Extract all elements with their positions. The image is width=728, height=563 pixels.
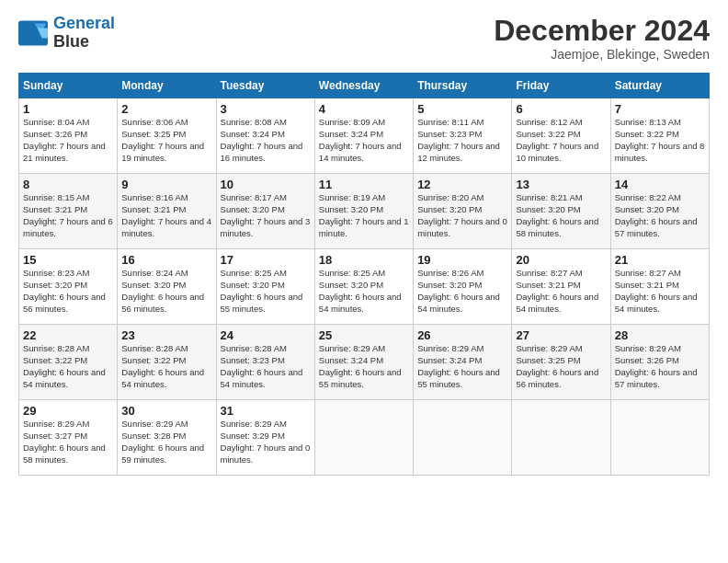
calendar-cell: 18 Sunrise: 8:25 AMSunset: 3:20 PMDaylig… [314,249,413,325]
calendar-week-3: 15 Sunrise: 8:23 AMSunset: 3:20 PMDaylig… [19,249,710,325]
col-wednesday: Wednesday [314,74,413,98]
col-sunday: Sunday [19,74,118,98]
page: General Blue December 2024 Jaemjoe, Blek… [0,0,728,485]
day-number: 19 [417,253,507,267]
logo-text: General Blue [53,15,115,52]
calendar-cell [512,400,610,476]
cell-info: Sunrise: 8:20 AMSunset: 3:20 PMDaylight:… [417,192,507,239]
calendar-cell: 9 Sunrise: 8:16 AMSunset: 3:21 PMDayligh… [118,174,216,249]
cell-info: Sunrise: 8:06 AMSunset: 3:25 PMDaylight:… [121,117,211,164]
calendar-week-5: 29 Sunrise: 8:29 AMSunset: 3:27 PMDaylig… [19,400,710,476]
cell-info: Sunrise: 8:15 AMSunset: 3:21 PMDaylight:… [23,192,113,239]
day-number: 1 [23,102,113,116]
day-number: 22 [23,328,113,342]
day-number: 12 [417,178,507,191]
calendar-cell: 1 Sunrise: 8:04 AMSunset: 3:26 PMDayligh… [19,98,118,174]
cell-info: Sunrise: 8:27 AMSunset: 3:21 PMDaylight:… [615,268,705,315]
calendar-cell: 24 Sunrise: 8:28 AMSunset: 3:23 PMDaylig… [216,325,314,400]
col-monday: Monday [118,74,216,98]
calendar-body: 1 Sunrise: 8:04 AMSunset: 3:26 PMDayligh… [19,98,710,476]
calendar-cell: 21 Sunrise: 8:27 AMSunset: 3:21 PMDaylig… [610,249,709,325]
cell-info: Sunrise: 8:27 AMSunset: 3:21 PMDaylight:… [516,268,606,315]
day-number: 4 [319,102,409,116]
calendar-cell: 16 Sunrise: 8:24 AMSunset: 3:20 PMDaylig… [118,249,216,325]
calendar-week-2: 8 Sunrise: 8:15 AMSunset: 3:21 PMDayligh… [19,174,710,249]
col-thursday: Thursday [414,74,512,98]
col-friday: Friday [512,74,610,98]
day-number: 31 [221,404,311,418]
cell-info: Sunrise: 8:09 AMSunset: 3:24 PMDaylight:… [319,117,409,164]
day-number: 21 [615,253,705,267]
day-number: 3 [221,102,311,116]
cell-info: Sunrise: 8:25 AMSunset: 3:20 PMDaylight:… [221,268,311,315]
calendar-cell: 31 Sunrise: 8:29 AMSunset: 3:29 PMDaylig… [216,400,314,476]
day-number: 29 [23,404,113,418]
calendar-cell: 23 Sunrise: 8:28 AMSunset: 3:22 PMDaylig… [118,325,216,400]
day-number: 5 [417,102,507,116]
day-number: 13 [516,178,606,191]
day-number: 20 [516,253,606,267]
day-number: 26 [417,328,507,342]
calendar-cell: 14 Sunrise: 8:22 AMSunset: 3:20 PMDaylig… [610,174,709,249]
calendar-cell: 8 Sunrise: 8:15 AMSunset: 3:21 PMDayligh… [19,174,118,249]
cell-info: Sunrise: 8:08 AMSunset: 3:24 PMDaylight:… [221,117,311,164]
cell-info: Sunrise: 8:16 AMSunset: 3:21 PMDaylight:… [121,192,211,239]
day-number: 30 [121,404,211,418]
cell-info: Sunrise: 8:28 AMSunset: 3:23 PMDaylight:… [221,343,311,390]
cell-info: Sunrise: 8:29 AMSunset: 3:26 PMDaylight:… [615,343,705,390]
calendar-table: Sunday Monday Tuesday Wednesday Thursday… [18,73,710,476]
cell-info: Sunrise: 8:26 AMSunset: 3:20 PMDaylight:… [417,268,507,315]
cell-info: Sunrise: 8:22 AMSunset: 3:20 PMDaylight:… [615,192,705,239]
col-saturday: Saturday [610,74,709,98]
header-row: Sunday Monday Tuesday Wednesday Thursday… [19,74,710,98]
calendar-cell: 10 Sunrise: 8:17 AMSunset: 3:20 PMDaylig… [216,174,314,249]
day-number: 2 [121,102,211,116]
day-number: 15 [23,253,113,267]
cell-info: Sunrise: 8:25 AMSunset: 3:20 PMDaylight:… [319,268,409,315]
calendar-cell: 3 Sunrise: 8:08 AMSunset: 3:24 PMDayligh… [216,98,314,174]
calendar-cell: 13 Sunrise: 8:21 AMSunset: 3:20 PMDaylig… [512,174,610,249]
calendar-cell: 26 Sunrise: 8:29 AMSunset: 3:24 PMDaylig… [414,325,512,400]
month-title: December 2024 [494,15,710,47]
cell-info: Sunrise: 8:13 AMSunset: 3:22 PMDaylight:… [615,117,705,164]
day-number: 9 [121,178,211,191]
col-tuesday: Tuesday [216,74,314,98]
day-number: 11 [319,178,409,191]
logo: General Blue [18,15,115,52]
header: General Blue December 2024 Jaemjoe, Blek… [18,15,710,62]
day-number: 17 [221,253,311,267]
day-number: 10 [221,178,311,191]
calendar-cell: 29 Sunrise: 8:29 AMSunset: 3:27 PMDaylig… [19,400,118,476]
calendar-cell: 2 Sunrise: 8:06 AMSunset: 3:25 PMDayligh… [118,98,216,174]
calendar-cell: 4 Sunrise: 8:09 AMSunset: 3:24 PMDayligh… [314,98,413,174]
cell-info: Sunrise: 8:29 AMSunset: 3:29 PMDaylight:… [221,419,311,465]
calendar-cell: 22 Sunrise: 8:28 AMSunset: 3:22 PMDaylig… [19,325,118,400]
calendar-cell: 6 Sunrise: 8:12 AMSunset: 3:22 PMDayligh… [512,98,610,174]
day-number: 6 [516,102,606,116]
cell-info: Sunrise: 8:04 AMSunset: 3:26 PMDaylight:… [23,117,113,164]
day-number: 16 [121,253,211,267]
calendar-cell: 20 Sunrise: 8:27 AMSunset: 3:21 PMDaylig… [512,249,610,325]
day-number: 18 [319,253,409,267]
cell-info: Sunrise: 8:28 AMSunset: 3:22 PMDaylight:… [121,343,211,390]
cell-info: Sunrise: 8:29 AMSunset: 3:25 PMDaylight:… [516,343,606,390]
cell-info: Sunrise: 8:24 AMSunset: 3:20 PMDaylight:… [121,268,211,315]
cell-info: Sunrise: 8:29 AMSunset: 3:27 PMDaylight:… [23,419,113,465]
calendar-cell: 17 Sunrise: 8:25 AMSunset: 3:20 PMDaylig… [216,249,314,325]
day-number: 14 [615,178,705,191]
day-number: 27 [516,328,606,342]
cell-info: Sunrise: 8:11 AMSunset: 3:23 PMDaylight:… [417,117,507,164]
calendar-cell [610,400,709,476]
location-subtitle: Jaemjoe, Blekinge, Sweden [494,47,710,62]
calendar-week-1: 1 Sunrise: 8:04 AMSunset: 3:26 PMDayligh… [19,98,710,174]
title-block: December 2024 Jaemjoe, Blekinge, Sweden [494,15,710,62]
day-number: 24 [221,328,311,342]
cell-info: Sunrise: 8:23 AMSunset: 3:20 PMDaylight:… [23,268,113,315]
calendar-cell: 11 Sunrise: 8:19 AMSunset: 3:20 PMDaylig… [314,174,413,249]
calendar-cell: 7 Sunrise: 8:13 AMSunset: 3:22 PMDayligh… [610,98,709,174]
calendar-cell: 19 Sunrise: 8:26 AMSunset: 3:20 PMDaylig… [414,249,512,325]
calendar-cell: 27 Sunrise: 8:29 AMSunset: 3:25 PMDaylig… [512,325,610,400]
day-number: 28 [615,328,705,342]
calendar-week-4: 22 Sunrise: 8:28 AMSunset: 3:22 PMDaylig… [19,325,710,400]
logo-icon [18,20,48,46]
